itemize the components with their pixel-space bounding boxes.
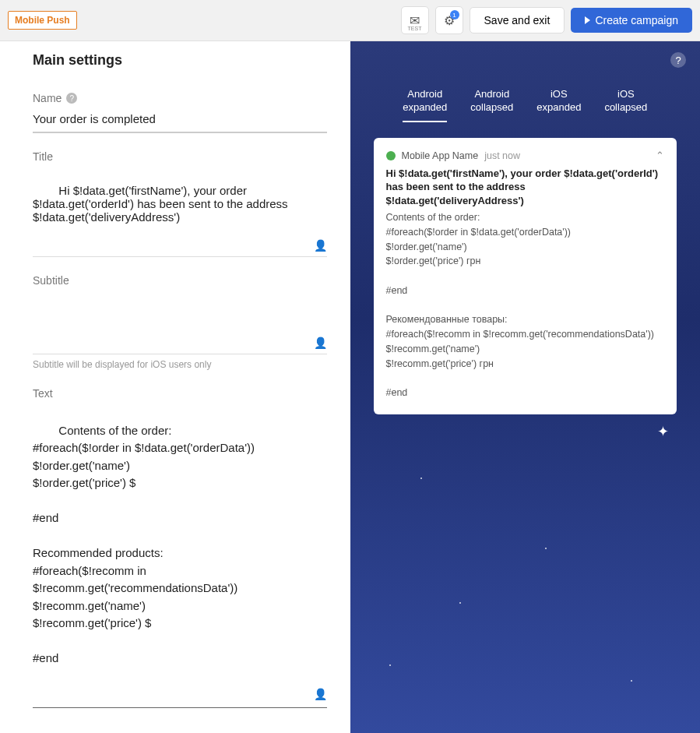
text-label: Text (33, 387, 327, 400)
preview-tabs: Android expanded Android collapsed iOS e… (350, 41, 701, 122)
test-label: TEST (408, 26, 422, 31)
title-field: Title Hi $!data.get('firstName'), your o… (33, 150, 327, 257)
notification-time: just now (484, 149, 520, 164)
preview-tab-ios-collapsed[interactable]: iOS collapsed (604, 88, 647, 122)
help-icon[interactable]: ? (66, 93, 77, 104)
star-decoration (607, 407, 610, 410)
person-icon[interactable]: 👤 (314, 686, 327, 703)
name-field: Name ? Your order is completed (33, 92, 327, 133)
header-actions: ✉ TEST ⚙ 1 Save and exit Create campaign (401, 6, 692, 34)
locale-count-badge: 1 (450, 10, 459, 19)
star-decoration (459, 602, 461, 604)
person-icon[interactable]: 👤 (314, 239, 327, 252)
test-button[interactable]: ✉ TEST (401, 6, 429, 34)
notification-title: Hi $!data.get('firstName'), your order $… (386, 167, 665, 208)
app-name: Mobile App Name (402, 149, 479, 164)
subtitle-hint: Subtitle will be displayed for iOS users… (33, 359, 327, 370)
title-label: Title (33, 150, 327, 163)
locale-button[interactable]: ⚙ 1 (435, 6, 463, 34)
notification-header: Mobile App Name just now ⌃ (386, 149, 665, 164)
name-input[interactable]: Your order is completed (33, 109, 327, 133)
name-label: Name ? (33, 92, 327, 104)
preview-help-icon[interactable]: ? (670, 52, 686, 68)
play-icon (585, 16, 590, 24)
channel-badge: Mobile Push (8, 11, 77, 30)
settings-panel: Main settings Name ? Your order is compl… (0, 41, 350, 733)
notification-body: Contents of the order: #foreach($!order … (386, 210, 665, 400)
page-title: Main settings (33, 52, 327, 69)
top-header: Mobile Push ✉ TEST ⚙ 1 Save and exit Cre… (0, 0, 700, 41)
tab-image[interactable]: Image (33, 725, 63, 734)
subtitle-input[interactable]: 👤 (33, 291, 327, 354)
preview-tab-android-expanded[interactable]: Android expanded (403, 88, 447, 122)
preview-tab-android-collapsed[interactable]: Android collapsed (470, 88, 513, 122)
star-decoration (545, 548, 547, 549)
notification-card: Mobile App Name just now ⌃ Hi $!data.get… (374, 138, 677, 414)
tab-carousel[interactable]: Carousel of images (77, 725, 171, 734)
subtitle-field: Subtitle 👤 Subtitle will be displayed fo… (33, 274, 327, 370)
star-decoration (382, 197, 383, 199)
preview-tab-ios-expanded[interactable]: iOS expanded (536, 88, 581, 122)
subtitle-label: Subtitle (33, 274, 327, 287)
star-decoration (631, 680, 632, 682)
sparkle-icon: ✦ (657, 423, 669, 440)
person-icon[interactable]: 👤 (314, 337, 327, 349)
title-input[interactable]: Hi $!data.get('firstName'), your order $… (33, 167, 327, 257)
text-field: Text Contents of the order: #foreach($!o… (33, 387, 327, 708)
app-icon (386, 151, 396, 160)
preview-panel: ? ✦ Android expanded Android collapsed i… (350, 41, 701, 733)
text-input[interactable]: Contents of the order: #foreach($!order … (33, 404, 327, 708)
create-campaign-button[interactable]: Create campaign (571, 8, 692, 33)
chevron-up-icon[interactable]: ⌃ (656, 149, 664, 164)
star-decoration (420, 478, 422, 479)
star-decoration (389, 664, 391, 666)
image-tabs: Image Carousel of images (33, 725, 327, 734)
create-campaign-label: Create campaign (595, 14, 678, 26)
main-split: Main settings Name ? Your order is compl… (0, 41, 700, 733)
save-exit-button[interactable]: Save and exit (470, 7, 565, 33)
